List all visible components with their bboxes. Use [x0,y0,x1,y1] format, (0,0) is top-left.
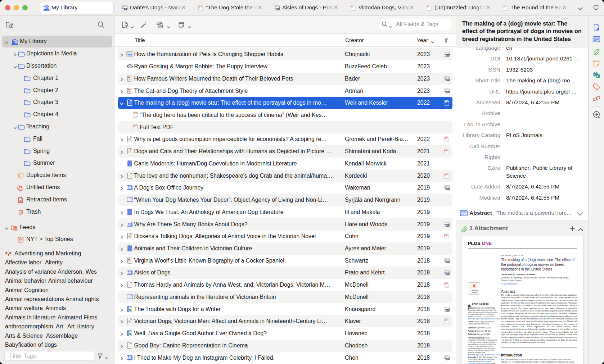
svg-text:PDF: PDF [445,137,447,139]
svg-text:PDF: PDF [445,283,447,285]
svg-text:PDF: PDF [198,6,200,8]
svg-text:PDF: PDF [351,6,353,8]
svg-text:PDF: PDF [133,125,136,127]
svg-text:PDF: PDF [445,150,447,151]
svg-text:PDF: PDF [445,319,447,321]
svg-text:PDF: PDF [427,6,429,8]
svg-text:EPUB: EPUB [502,6,505,8]
svg-text:PDF: PDF [445,174,447,175]
svg-text:PDF: PDF [445,235,447,236]
